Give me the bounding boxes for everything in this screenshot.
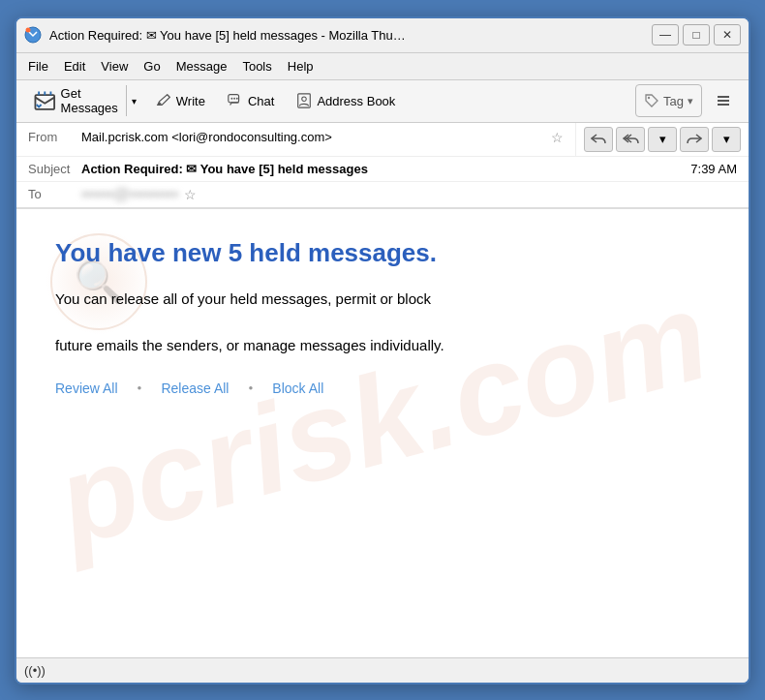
subject-label: Subject: [28, 162, 81, 176]
minimize-button[interactable]: —: [652, 24, 679, 46]
subject-row: Subject Action Required: ✉ You have [5] …: [16, 157, 749, 182]
main-window: Action Required: ✉ You have [5] held mes…: [15, 16, 750, 685]
address-book-icon: [295, 92, 313, 109]
window-controls: — □ ✕: [652, 24, 741, 46]
menu-help[interactable]: Help: [280, 57, 321, 76]
to-row: To ••••••@••••••••• ☆: [16, 182, 749, 208]
svg-point-6: [236, 98, 238, 100]
email-body-paragraph: You can release all of your held message…: [55, 288, 710, 357]
from-star-icon[interactable]: ☆: [551, 130, 564, 145]
from-label: From: [28, 130, 81, 144]
email-header: From Mail.pcrisk.com <lori@rondoconsulti…: [16, 123, 749, 209]
toolbar: Get Messages ▾ Write Chat: [16, 80, 749, 123]
reply-button[interactable]: [584, 127, 613, 152]
menu-hamburger-button[interactable]: [706, 84, 741, 117]
reply-icon: [591, 133, 606, 146]
to-star-icon[interactable]: ☆: [184, 187, 197, 202]
email-content: You have new 5 held messages. You can re…: [55, 238, 710, 396]
write-icon: [155, 92, 172, 109]
svg-point-5: [233, 98, 235, 100]
from-row: From Mail.pcrisk.com <lori@rondoconsulti…: [16, 123, 575, 152]
wifi-icon: ((•)): [24, 663, 46, 678]
tag-button[interactable]: Tag ▾: [635, 84, 702, 117]
app-icon: [24, 26, 42, 44]
envelope-icon: Action Required: ✉ You have [5] held mes…: [81, 162, 368, 176]
hamburger-icon: [715, 92, 732, 109]
get-messages-dropdown[interactable]: ▾: [126, 85, 141, 116]
reply-all-icon: [622, 133, 639, 146]
title-bar: Action Required: ✉ You have [5] held mes…: [16, 18, 749, 53]
menu-message[interactable]: Message: [168, 57, 235, 76]
chat-icon: [227, 92, 244, 109]
more-reply-dropdown[interactable]: ▾: [712, 127, 741, 152]
get-messages-icon: [33, 89, 57, 113]
menu-bar: File Edit View Go Message Tools Help: [16, 53, 749, 80]
chat-label: Chat: [248, 94, 274, 108]
from-value: Mail.pcrisk.com <lori@rondoconsulting.co…: [81, 130, 545, 144]
to-label: To: [28, 187, 81, 201]
address-book-button[interactable]: Address Book: [287, 84, 404, 117]
wifi-status: ((•)): [24, 663, 46, 678]
email-headline: You have new 5 held messages.: [55, 238, 710, 268]
tag-chevron: ▾: [688, 95, 693, 107]
write-button[interactable]: Write: [146, 84, 214, 117]
release-all-link[interactable]: Release All: [161, 380, 229, 396]
window-title: Action Required: ✉ You have [5] held mes…: [49, 28, 652, 43]
svg-point-8: [302, 97, 307, 102]
email-body: pcrisk.com 🔍 You have new 5 held message…: [16, 209, 749, 657]
write-label: Write: [176, 94, 205, 108]
menu-view[interactable]: View: [93, 57, 136, 76]
chat-button[interactable]: Chat: [218, 84, 283, 117]
address-book-label: Address Book: [317, 94, 395, 108]
email-time: 7:39 AM: [690, 162, 737, 176]
menu-file[interactable]: File: [20, 57, 56, 76]
get-messages-button[interactable]: Get Messages: [25, 85, 126, 116]
status-bar: ((•)): [16, 657, 749, 683]
reply-all-button[interactable]: [616, 127, 645, 152]
menu-edit[interactable]: Edit: [56, 57, 93, 76]
dot-separator-2: ●: [248, 383, 253, 392]
forward-button[interactable]: [680, 127, 709, 152]
get-messages-group: Get Messages ▾: [24, 84, 142, 117]
menu-go[interactable]: Go: [136, 57, 168, 76]
more-actions-dropdown[interactable]: ▾: [648, 127, 677, 152]
svg-point-9: [648, 97, 650, 99]
maximize-button[interactable]: □: [683, 24, 710, 46]
tag-label: Tag: [663, 94, 684, 108]
subject-value: Action Required: ✉ You have [5] held mes…: [81, 162, 690, 176]
email-links: Review All ● Release All ● Block All: [55, 380, 710, 396]
forward-icon: [687, 133, 702, 146]
get-messages-label: Get Messages: [61, 86, 118, 115]
svg-point-4: [230, 98, 232, 100]
menu-tools[interactable]: Tools: [234, 57, 279, 76]
review-all-link[interactable]: Review All: [55, 380, 118, 396]
block-all-link[interactable]: Block All: [272, 380, 323, 396]
svg-point-1: [26, 28, 31, 33]
close-button[interactable]: ✕: [714, 24, 741, 46]
to-value-blurred: ••••••@•••••••••: [81, 186, 178, 203]
dot-separator-1: ●: [138, 383, 142, 392]
tag-icon: [644, 93, 659, 108]
